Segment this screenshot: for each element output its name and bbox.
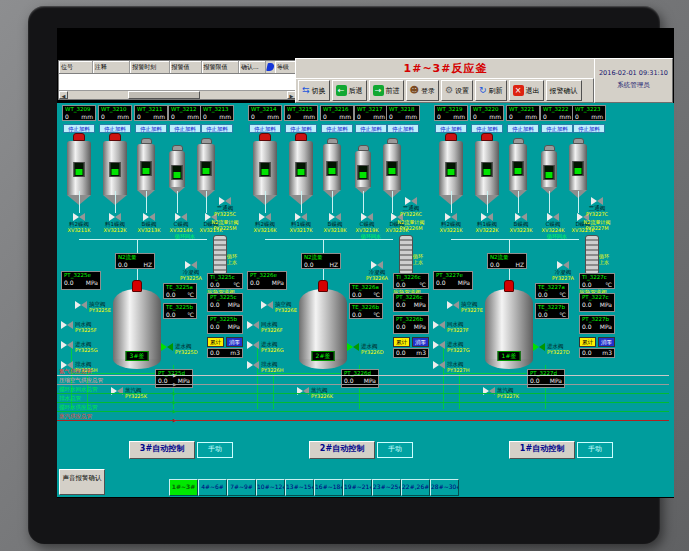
page-button-pages-7-9[interactable]: 7#~9# [227,479,256,496]
toolbar-button-settings[interactable]: ⚙设置 [441,80,473,101]
feed-butterfly-valve[interactable]: 料1蝶阀XV3212K [98,213,132,233]
water-inlet-valve[interactable]: 进水阀PY3225D [161,343,198,355]
return-water-valve[interactable]: 回水阀PY3225F [61,321,97,333]
stop-feed-button[interactable]: 停止加料 [169,124,201,133]
feed-butterfly-valve[interactable]: B蝶阀XV3223K [504,213,538,233]
auto-control-1-button[interactable]: 1#自动控制 [509,441,575,459]
auto-control-1-manual-button[interactable]: 手动 [577,442,613,458]
condenser [213,235,227,275]
vacuum-valve[interactable]: 抽空阀PY3227E [447,301,483,313]
compressed-air-header: 压缩空气供应总管 [59,377,103,383]
page-button-pages-22-26-27[interactable]: 22#,26#,27# [401,479,430,496]
stop-feed-button[interactable]: 停止加料 [507,124,539,133]
feed-butterfly-valve[interactable]: 料2蝶阀XV3221K [434,213,468,233]
auto-control-3-button[interactable]: 3#自动控制 [129,441,195,459]
toolbar-button-switch[interactable]: ⇆切换 [298,80,330,101]
stop-feed-button[interactable]: 停止加料 [471,124,503,133]
feed-butterfly-valve[interactable]: C蝶阀XV3219K [350,213,384,233]
alarm-scrollbar[interactable]: ◀ ▶ [59,90,296,99]
page-button-pages-10-12[interactable]: 10#~12# [256,479,285,496]
toolbar-button-login[interactable]: ☻登录 [406,80,439,101]
stop-feed-button[interactable]: 停止加料 [201,124,233,133]
valve-icon [515,213,527,221]
page-button-pages-19-21[interactable]: 19#~21# [343,479,372,496]
page-button-pages-23-25[interactable]: 23#~25# [372,479,401,496]
return-water-valve[interactable]: 回水阀PY3226F [247,321,283,333]
circ-water-return-label: 循环回水 [361,233,381,239]
valve-icon [175,213,187,221]
condenser-valve[interactable]: 冷凝阀PY3226A [359,261,395,281]
stop-feed-button[interactable]: 停止加料 [285,124,317,133]
valve-icon [361,213,373,221]
temperature-display: TE_3225a 0.0℃ [163,283,197,299]
auto-control-2-button[interactable]: 2#自动控制 [309,441,375,459]
stop-feed-button[interactable]: 停止加料 [435,124,467,133]
feed-butterfly-valve[interactable]: B蝶阀XV3213K [132,213,166,233]
auto-control-2-manual-button[interactable]: 手动 [377,442,413,458]
totalizer-clear-button[interactable]: 消零 [226,337,243,347]
water-inlet-valve[interactable]: 进水阀PY3226D [347,343,384,355]
scroll-thumb[interactable] [128,91,200,99]
stop-feed-button[interactable]: 停止加料 [135,124,167,133]
vacuum-valve[interactable]: 抽空阀PY3226E [261,301,297,313]
feed-weight-display: WT_3211 0mm [134,105,168,121]
exit-icon: × [513,85,524,96]
feed-butterfly-valve[interactable]: 料2蝶阀XV3211K [62,213,96,233]
three-way-valve[interactable]: 三通阀PY3225C [207,197,243,217]
toolbar-button-back[interactable]: ←后退 [332,80,367,101]
feed-butterfly-valve[interactable]: C蝶阀XV3224K [536,213,570,233]
vacuum-valve[interactable]: 抽空阀PY3225E [75,301,111,313]
feed-butterfly-valve[interactable]: B蝶阀XV3218K [318,213,352,233]
scroll-left-icon[interactable]: ◀ [59,91,68,99]
totalizer-accumulate-button[interactable]: 累计 [393,337,410,347]
feed-butterfly-valve[interactable]: 料1蝶阀XV3222K [470,213,504,233]
instrument-value: 0 [251,113,255,120]
stop-feed-button[interactable]: 停止加料 [355,124,387,133]
temperature-display: TI_3227c 0.0℃ [579,273,615,289]
feed-tank [383,138,401,198]
inlet-water-valve[interactable]: 进水阀PY3226G [247,341,284,353]
page-button-pages-28-30[interactable]: 28#~30# [430,479,459,496]
toolbar-button-exit[interactable]: ×退出 [509,80,544,101]
process-area: 声音报警确认 WT_3209 0mm WT_3210 0mm WT_3211 0… [57,103,674,497]
inlet-water-valve[interactable]: 进水阀PY3225G [61,341,98,353]
feed-butterfly-valve[interactable]: 料2蝶阀XV3216K [248,213,282,233]
stop-feed-button[interactable]: 停止加料 [63,124,95,133]
auto-control-3-manual-button[interactable]: 手动 [197,442,233,458]
stop-feed-button[interactable]: 停止加料 [249,124,281,133]
tank-level-indicator [482,162,493,177]
totalizer-accumulate-button[interactable]: 累计 [207,337,224,347]
return-water-valve[interactable]: 回水阀PY3227F [433,321,469,333]
toolbar-button-forward[interactable]: →前进 [369,80,404,101]
valve-icon [295,213,307,221]
page-button-pages-16-18[interactable]: 16#~18# [314,479,343,496]
page-button-pages-13-15[interactable]: 13#~15# [285,479,314,496]
feed-butterfly-valve[interactable]: C蝶阀XV3214K [164,213,198,233]
temperature-display: TI_3226c 0.0℃ [393,273,429,289]
toolbar-button-alarm-ack[interactable]: 报警确认 [546,80,582,101]
condenser-valve[interactable]: 冷凝阀PY3227A [545,261,581,281]
totalizer-accumulate-button[interactable]: 累计 [579,337,596,347]
stop-feed-button[interactable]: 停止加料 [387,124,419,133]
stop-feed-button[interactable]: 停止加料 [99,124,131,133]
toolbar-button-refresh[interactable]: ↻刷新 [475,80,507,101]
totalizer-clear-button[interactable]: 消零 [412,337,429,347]
utility-line-drain-header [57,402,669,403]
three-way-valve[interactable]: 三通阀PY3227C [579,197,615,217]
drain-valve[interactable]: 排水阀PY3227H [433,361,469,373]
feed-butterfly-valve[interactable]: 料1蝶阀XV3217K [284,213,318,233]
stop-feed-button[interactable]: 停止加料 [573,124,605,133]
feed-tank [509,138,527,198]
page-button-pages-1-3[interactable]: 1#~3# [169,479,198,496]
three-way-valve[interactable]: 三通阀PY3226C [393,197,429,217]
stop-feed-button[interactable]: 停止加料 [541,124,573,133]
sound-alarm-ack-button[interactable]: 声音报警确认 [59,469,105,495]
valve-icon [433,361,445,369]
stop-feed-button[interactable]: 停止加料 [321,124,353,133]
totalizer-clear-button[interactable]: 消零 [598,337,615,347]
drain-valve[interactable]: 排水阀PY3226H [247,361,283,373]
condenser-valve[interactable]: 冷凝阀PY3225A [173,261,209,281]
water-inlet-valve[interactable]: 进水阀PY3227D [533,343,570,355]
inlet-water-valve[interactable]: 进水阀PY3227G [433,341,470,353]
page-button-pages-4-6[interactable]: 4#~6# [198,479,227,496]
